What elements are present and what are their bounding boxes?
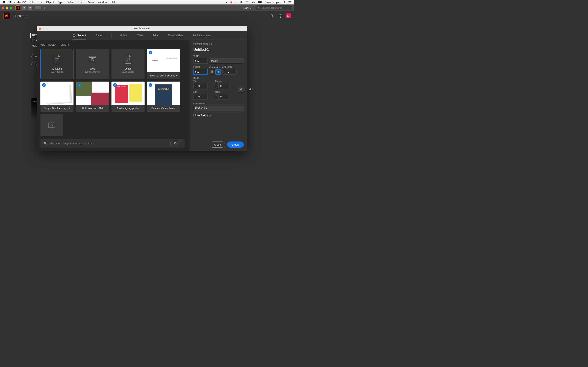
tab-saved[interactable]: Saved — [91, 31, 108, 40]
tab-web[interactable]: Web — [132, 31, 148, 40]
play-icon — [48, 121, 56, 129]
tab-film-video[interactable]: Film & Video — [163, 31, 188, 40]
bleed-left-stepper[interactable]: ▲▼ — [193, 94, 213, 100]
settings-icon[interactable] — [270, 13, 275, 18]
stock-search-placeholder: Search Adobe Stock — [261, 7, 282, 9]
preset-details-panel: PRESET DETAILS Untitled-1 Width Pixels⌄ … — [190, 40, 247, 151]
menu-effect[interactable]: Effect — [78, 1, 85, 4]
template-downloaded-icon: ✓ — [113, 83, 117, 87]
bleed-label: Bleed — [193, 77, 244, 79]
record-icon[interactable]: ◉ — [230, 1, 232, 4]
ai-logo: Ai — [3, 13, 10, 19]
recent-items-count: (9) — [67, 44, 70, 46]
svg-point-7 — [280, 17, 281, 17]
bleed-bottom-input[interactable] — [218, 83, 229, 89]
menu-list-icon[interactable] — [288, 1, 291, 3]
tab-art-illustration[interactable]: Art & Illustration — [188, 31, 216, 40]
create-button[interactable]: Create — [227, 142, 244, 148]
app-title: Illustrator — [13, 14, 28, 18]
svg-point-15 — [212, 71, 212, 72]
bleed-top-stepper[interactable]: ▲▼ — [193, 83, 213, 89]
macos-menubar: Illustrator CC File Edit Object Type Sel… — [0, 0, 294, 4]
bleed-bottom-stepper[interactable]: ▲▼ — [215, 83, 235, 89]
help-icon[interactable] — [278, 13, 283, 18]
artboards-stepper[interactable]: ▲▼ — [222, 69, 244, 75]
width-input[interactable] — [193, 58, 208, 64]
chevron-down-icon: ⌄ — [240, 59, 242, 62]
stock-template-search: 🔍 Go — [40, 139, 185, 148]
color-mode-select[interactable]: RGB Color⌄ — [193, 106, 244, 111]
preset-card-brochure[interactable]: ✓ Simple Brochure Layout — [40, 82, 73, 112]
bleed-right-input[interactable] — [218, 94, 229, 100]
preset-card-summer-camp[interactable]: ✓ Summer Camp Poster — [147, 82, 180, 112]
template-downloaded-icon: ✓ — [78, 83, 81, 87]
bluetooth-icon[interactable]: ✱ — [240, 1, 242, 4]
new-document-dialog: New Document Recent Saved Mobile Web Pri… — [37, 26, 247, 151]
gpu-preview-icon[interactable]: ✈ — [43, 6, 46, 9]
volume-icon[interactable] — [251, 1, 255, 3]
battery-icon[interactable] — [258, 1, 262, 3]
preset-card-announcement-poster[interactable]: ✓ Ankündigungsposter — [112, 82, 145, 112]
menu-view[interactable]: View — [88, 1, 94, 4]
artboards-input[interactable] — [226, 69, 237, 75]
adobe-stock-search[interactable]: 🔍 Search Adobe Stock — [256, 6, 292, 10]
preset-card-invitation[interactable]: ✓ Invitation with Instructions — [147, 49, 180, 79]
preset-category-tabs: Recent Saved Mobile Web Print Film & Vid… — [37, 31, 247, 40]
preset-card-video[interactable] — [40, 114, 63, 136]
recent-items-label: YOUR RECENT ITEMS — [40, 44, 66, 46]
template-downloaded-icon: ✓ — [149, 83, 152, 87]
tab-print[interactable]: Print — [148, 31, 163, 40]
dialog-window-controls[interactable] — [39, 27, 48, 30]
web-icon — [88, 55, 97, 64]
preset-card-letter[interactable]: Letter 612 x 792 pt — [112, 49, 145, 79]
units-select[interactable]: Pixels⌄ — [209, 58, 244, 64]
height-label: Height — [193, 66, 208, 68]
stock-badge[interactable]: St — [28, 6, 32, 9]
bleed-top-input[interactable] — [197, 83, 208, 89]
timemachine-icon[interactable]: ↻ — [235, 1, 237, 4]
spotlight-icon[interactable] — [283, 1, 285, 4]
bridge-badge[interactable]: Br — [22, 6, 26, 9]
menu-type[interactable]: Type — [57, 1, 63, 4]
menu-select[interactable]: Select — [67, 1, 74, 4]
svg-point-4 — [283, 1, 285, 3]
app-menu-name[interactable]: Illustrator CC — [9, 1, 26, 4]
workspace-switcher[interactable]: Start⌄ — [241, 6, 254, 10]
menu-help[interactable]: Help — [111, 1, 116, 4]
apple-icon[interactable] — [3, 0, 6, 4]
menu-file[interactable]: File — [30, 1, 34, 4]
link-bleed-icon[interactable]: 🔗 — [238, 87, 244, 92]
go-button[interactable]: Go — [170, 141, 181, 146]
stock-template-search-input[interactable] — [50, 142, 168, 145]
orientation-landscape[interactable] — [215, 69, 221, 75]
chevron-down-icon: ⌄ — [240, 107, 242, 110]
menu-edit[interactable]: Edit — [38, 1, 42, 4]
preset-card-custom[interactable]: [Custom] 600 x 450 px — [40, 49, 73, 79]
orientation-portrait[interactable] — [209, 69, 215, 75]
template-downloaded-icon: ✓ — [149, 50, 152, 54]
document-name[interactable]: Untitled-1 — [193, 48, 244, 52]
window-controls[interactable] — [2, 7, 12, 9]
bleed-right-stepper[interactable]: ▲▼ — [215, 94, 235, 100]
bleed-left-input[interactable] — [197, 94, 208, 100]
menu-window[interactable]: Window — [98, 1, 107, 4]
preset-card-web[interactable]: Web 1280 x 1024 px — [76, 49, 109, 79]
wifi-icon[interactable] — [245, 1, 249, 3]
height-input[interactable] — [193, 69, 208, 75]
close-button[interactable]: Close — [210, 142, 225, 148]
search-icon: 🔍 — [44, 142, 48, 145]
user-name[interactable]: Train Simple — [265, 1, 280, 4]
orientation-label: Orientation — [209, 66, 221, 68]
app-header: Ai Illustrator ▶ — [0, 11, 294, 21]
app-toolbar: Ai Br St ✈ Start⌄ 🔍 Search Adobe Stock — [0, 4, 294, 11]
more-settings-button[interactable]: More Settings — [193, 114, 244, 117]
arrange-docs-icon[interactable] — [35, 6, 41, 9]
preset-card-postcards[interactable]: ✓ Bold Postcards Set — [76, 82, 109, 112]
preset-details-heading: PRESET DETAILS — [193, 43, 244, 45]
tab-mobile[interactable]: Mobile — [115, 31, 132, 40]
cc-libraries-icon[interactable]: ▶ — [286, 13, 291, 18]
tab-recent[interactable]: Recent — [68, 31, 91, 40]
section-all: All — [249, 87, 253, 91]
menu-object[interactable]: Object — [46, 1, 54, 4]
scrollbar[interactable] — [188, 40, 190, 151]
